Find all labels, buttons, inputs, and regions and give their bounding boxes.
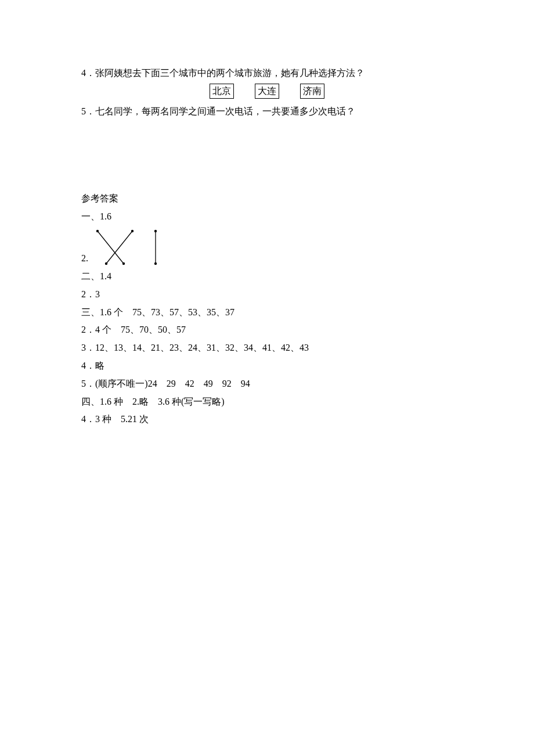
city-box-dalian: 大连 — [255, 84, 279, 99]
answer-two-1: 二、1.4 — [81, 268, 453, 285]
q4-number: 4． — [81, 68, 95, 78]
q5-text: 七名同学，每两名同学之间通一次电话，一共要通多少次电话？ — [95, 106, 355, 116]
answer-one-1: 一、1.6 — [81, 208, 453, 225]
lines-diagram-icon — [92, 226, 167, 268]
city-options-row: 北京 大连 济南 — [81, 83, 453, 100]
q5-number: 5． — [81, 106, 95, 116]
answer-key-block: 参考答案 一、1.6 2. 二、1.4 2．3 三、1.6 个 75、73、57… — [81, 190, 453, 428]
answer-three-5: 5．(顺序不唯一)24 29 42 49 92 94 — [81, 376, 453, 393]
city-box-jinan: 济南 — [300, 84, 324, 99]
blank-space — [81, 121, 453, 190]
q4-text: 张阿姨想去下面三个城市中的两个城市旅游，她有几种选择方法？ — [95, 68, 365, 78]
city-box-beijing: 北京 — [210, 84, 234, 99]
answer-three-4: 4．略 — [81, 358, 453, 375]
answer-three-3: 3．12、13、14、21、23、24、31、32、34、41、42、43 — [81, 340, 453, 357]
answer-three-2: 2．4 个 75、70、50、57 — [81, 322, 453, 339]
answer-four-2: 4．3 种 5.21 次 — [81, 411, 453, 428]
answer-one-2-prefix: 2. — [81, 250, 88, 267]
question-5-line: 5．七名同学，每两名同学之间通一次电话，一共要通多少次电话？ — [81, 103, 453, 120]
answer-four-1: 四、1.6 种 2.略 3.6 种(写一写略) — [81, 394, 453, 411]
answer-two-2: 2．3 — [81, 286, 453, 303]
answer-three-1: 三、1.6 个 75、73、57、53、35、37 — [81, 304, 453, 321]
answer-one-2-row: 2. — [81, 226, 453, 268]
answer-heading: 参考答案 — [81, 190, 453, 207]
question-4-line: 4．张阿姨想去下面三个城市中的两个城市旅游，她有几种选择方法？ — [81, 65, 453, 82]
